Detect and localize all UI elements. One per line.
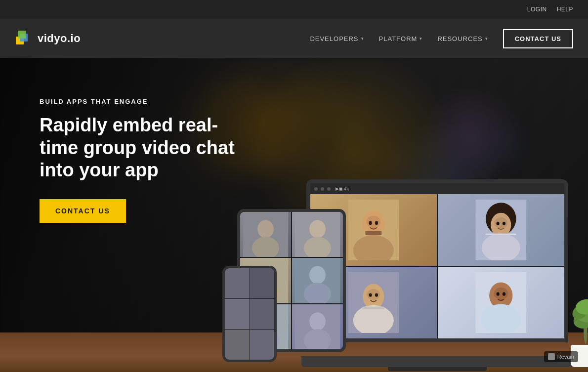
- hero-title: Rapidly embed real-time group video chat…: [40, 114, 247, 182]
- phone-cell-3: [225, 299, 250, 329]
- tablet-cell-4: [292, 258, 343, 303]
- login-link[interactable]: LOGIN: [527, 6, 547, 13]
- chevron-down-icon: ▾: [485, 36, 488, 41]
- chevron-down-icon: ▾: [420, 36, 422, 41]
- nav-links: DEVELOPERS ▾ PLATFORM ▾ RESOURCES ▾ CONT…: [310, 29, 573, 48]
- svg-point-39: [369, 293, 372, 296]
- phone-cell-6: [250, 330, 275, 360]
- svg-point-7: [309, 220, 326, 238]
- svg-point-13: [309, 266, 326, 285]
- svg-point-32: [497, 222, 500, 225]
- nav-item-resources[interactable]: RESOURCES ▾: [437, 35, 488, 42]
- revain-icon: [548, 353, 555, 360]
- laptop-toolbar: ▶◼ 4♫: [310, 183, 564, 194]
- help-link[interactable]: HELP: [557, 6, 573, 13]
- svg-rect-27: [366, 231, 382, 235]
- laptop-video-grid: [310, 194, 564, 338]
- svg-point-45: [494, 288, 508, 300]
- logo-text: vidyo.io: [38, 32, 81, 45]
- logo[interactable]: vidyo.io: [15, 30, 81, 47]
- svg-point-26: [375, 221, 378, 225]
- phone-cell-5: [225, 330, 250, 360]
- toolbar-dot-2: [321, 187, 324, 191]
- svg-rect-35: [486, 234, 516, 235]
- video-cell-2: [438, 194, 564, 266]
- hero-section: BUILD APPS THAT ENGAGE Rapidly embed rea…: [0, 58, 588, 372]
- svg-point-46: [497, 292, 500, 295]
- devices-area: ▶◼ 4♫: [217, 76, 588, 372]
- nav-item-platform[interactable]: PLATFORM ▾: [379, 35, 423, 42]
- phone-cell-4: [250, 299, 275, 329]
- phone-mockup: [222, 266, 277, 362]
- svg-point-24: [367, 216, 381, 228]
- chevron-down-icon: ▾: [361, 36, 364, 41]
- svg-point-4: [257, 220, 274, 238]
- hero-subtitle: BUILD APPS THAT ENGAGE: [40, 98, 247, 105]
- tablet-cell-1: [240, 212, 291, 257]
- plant-svg: [566, 292, 588, 346]
- revain-label: Revain: [557, 354, 574, 360]
- phone-cell-1: [225, 268, 250, 298]
- logo-icon: [15, 30, 33, 47]
- nav-item-developers[interactable]: DEVELOPERS ▾: [310, 35, 364, 42]
- main-nav: vidyo.io DEVELOPERS ▾ PLATFORM ▾ RESOURC…: [0, 19, 588, 58]
- toolbar-dot-1: [314, 187, 318, 191]
- svg-point-19: [309, 312, 326, 331]
- svg-point-47: [503, 292, 505, 295]
- toolbar-label: ▶◼ 4♫: [336, 186, 349, 191]
- phone-screen: [225, 268, 274, 360]
- svg-point-31: [495, 217, 508, 229]
- revain-badge: Revain: [544, 351, 578, 362]
- phone-cell-2: [250, 268, 275, 298]
- utility-bar: LOGIN HELP: [0, 0, 588, 19]
- laptop-mockup: ▶◼ 4♫: [306, 179, 583, 367]
- toolbar-dot-3: [327, 187, 331, 191]
- hero-cta-button[interactable]: CONTACT US: [40, 199, 126, 223]
- video-cell-4: [438, 267, 564, 338]
- svg-rect-2: [18, 31, 26, 39]
- hero-content: BUILD APPS THAT ENGAGE Rapidly embed rea…: [40, 98, 247, 223]
- tablet-cell-6: [292, 304, 343, 349]
- laptop-base: [301, 356, 573, 367]
- nav-contact-button[interactable]: CONTACT US: [503, 29, 573, 48]
- svg-point-40: [375, 293, 378, 296]
- tablet-cell-2: [292, 212, 343, 257]
- svg-point-25: [369, 221, 372, 225]
- svg-rect-42: [362, 307, 384, 309]
- svg-point-33: [503, 222, 505, 225]
- svg-point-38: [367, 289, 380, 300]
